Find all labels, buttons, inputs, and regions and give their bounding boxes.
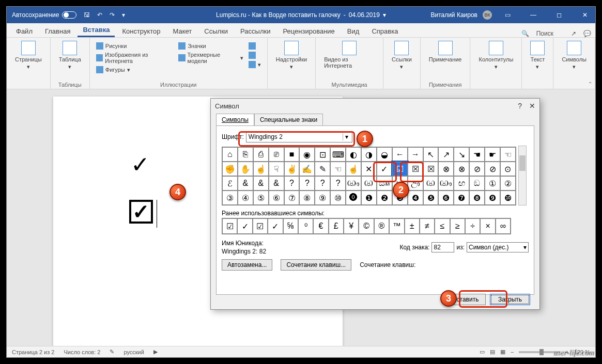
dialog-close-icon[interactable]: ✕: [529, 102, 535, 110]
symbol-cell[interactable]: ⊘: [485, 162, 500, 176]
symbol-cell[interactable]: ◑: [361, 147, 377, 162]
symbol-cell[interactable]: ⎙: [253, 147, 269, 162]
status-words[interactable]: Число слов: 2: [64, 349, 100, 355]
ribbon-options-icon[interactable]: ▭: [497, 7, 518, 23]
tab-mailings[interactable]: Рассылки: [235, 25, 275, 37]
tab-special-chars[interactable]: Специальные знаки: [254, 114, 323, 126]
symbol-cell[interactable]: ☒: [408, 162, 423, 176]
recent-symbol-cell[interactable]: ⁰: [298, 218, 313, 234]
symbol-cell[interactable]: ☑: [392, 162, 408, 176]
symbol-cell[interactable]: ☝: [346, 162, 361, 176]
autosave-toggle[interactable]: [62, 11, 76, 19]
symbol-cell[interactable]: ❽: [469, 191, 485, 205]
symbol-cell[interactable]: ඐ: [438, 176, 454, 191]
recent-symbol-cell[interactable]: ≤: [435, 218, 450, 234]
avatar[interactable]: ВК: [483, 10, 492, 20]
recent-symbol-cell[interactable]: ≠: [420, 218, 435, 234]
symbol-cell[interactable]: ◒: [377, 147, 392, 162]
recent-symbol-cell[interactable]: ∞: [496, 218, 511, 234]
shortcut-button[interactable]: Сочетание клавиш...: [281, 259, 351, 271]
view-read-icon[interactable]: ▭: [480, 349, 485, 355]
symbol-cell[interactable]: ✓: [377, 162, 392, 176]
symbol-cell[interactable]: ⌨: [330, 147, 346, 162]
symbol-cell[interactable]: ✎: [315, 162, 330, 176]
user-name[interactable]: Виталий Каиров: [430, 11, 477, 19]
collapse-ribbon-icon[interactable]: ⌃: [588, 81, 592, 87]
zoom-out-icon[interactable]: −: [511, 349, 514, 355]
tab-review[interactable]: Рецензирование: [277, 25, 339, 37]
symbol-cell[interactable]: ?: [315, 176, 330, 191]
recent-symbol-cell[interactable]: ×: [480, 218, 495, 234]
chart-icon[interactable]: [248, 51, 262, 59]
table-button[interactable]: Таблица▾: [56, 40, 84, 88]
maximize-icon[interactable]: ◻: [549, 7, 569, 23]
symbol-cell[interactable]: ←: [392, 147, 408, 162]
symbol-cell[interactable]: ✍: [299, 162, 315, 176]
icons-button[interactable]: Значки: [177, 42, 244, 50]
smartart-icon[interactable]: [248, 42, 262, 50]
symbol-cell[interactable]: ☟: [269, 162, 284, 176]
online-pictures-button[interactable]: Изображения из Интернета: [95, 51, 175, 65]
recent-symbol-cell[interactable]: ☑: [222, 218, 237, 234]
symbol-cell[interactable]: &: [238, 176, 253, 191]
recent-symbol-cell[interactable]: ®: [374, 218, 389, 234]
symbol-cell[interactable]: ⎘: [238, 147, 253, 162]
tab-references[interactable]: Ссылки: [199, 25, 233, 37]
symbol-cell[interactable]: ☝: [253, 162, 269, 176]
symbol-cell[interactable]: ⑩: [330, 191, 346, 205]
links-button[interactable]: Ссылки▾: [389, 40, 415, 88]
symbol-cell[interactable]: ⎚: [269, 147, 284, 162]
symbol-cell[interactable]: ⑥: [269, 191, 284, 205]
headerfooter-button[interactable]: Колонтитулы▾: [475, 40, 516, 88]
comments-icon[interactable]: 💬: [583, 30, 591, 37]
recent-symbol-cell[interactable]: ¥: [344, 218, 359, 234]
status-page[interactable]: Страница 2 из 2: [12, 349, 54, 355]
symbol-cell[interactable]: &: [269, 176, 284, 191]
symbol-cell[interactable]: ↗: [438, 147, 454, 162]
symbol-cell[interactable]: ◉: [299, 147, 315, 162]
symbol-cell[interactable]: ℰ: [222, 176, 238, 191]
symbol-cell[interactable]: ⊡: [315, 147, 330, 162]
symbol-cell[interactable]: ✋: [238, 162, 253, 176]
symbol-cell[interactable]: ☜: [330, 162, 346, 176]
symbol-cell[interactable]: ❿: [500, 191, 516, 205]
qat-dropdown-icon[interactable]: ▾: [122, 11, 125, 19]
tab-file[interactable]: Файл: [11, 25, 38, 37]
chevron-down-icon[interactable]: ▾: [343, 133, 351, 140]
symbol-cell[interactable]: ?: [299, 176, 315, 191]
symbol-cell[interactable]: ⑤: [253, 191, 269, 205]
symbols-button[interactable]: Символы▾: [559, 40, 590, 88]
text-button[interactable]: Текст▾: [527, 40, 548, 88]
symbol-cell[interactable]: ⊗: [438, 162, 454, 176]
pictures-button[interactable]: Рисунки: [95, 42, 175, 50]
recent-symbol-cell[interactable]: ±: [405, 218, 420, 234]
macro-icon[interactable]: ▶: [153, 349, 158, 355]
tab-layout[interactable]: Макет: [168, 25, 197, 37]
spellcheck-icon[interactable]: ✎: [110, 349, 114, 355]
symbol-cell[interactable]: ④: [238, 191, 253, 205]
symbol-cell[interactable]: ☛: [485, 147, 500, 162]
symbol-cell[interactable]: ✕: [361, 162, 377, 176]
screenshot-icon[interactable]: ▾: [248, 60, 262, 69]
tab-symbols-dialog[interactable]: Символы: [216, 114, 254, 126]
addins-button[interactable]: Надстройки▾: [273, 40, 310, 88]
symbol-cell[interactable]: ↖: [423, 147, 439, 162]
symbol-cell[interactable]: ✌: [284, 162, 300, 176]
symbol-cell[interactable]: ❶: [361, 191, 377, 205]
close-button[interactable]: Закрыть: [490, 294, 530, 305]
save-icon[interactable]: 🖫: [84, 11, 90, 19]
tab-home[interactable]: Главная: [40, 25, 75, 37]
recent-symbol-cell[interactable]: ÷: [465, 218, 480, 234]
symbol-cell[interactable]: ❾: [485, 191, 500, 205]
symbol-cell[interactable]: ☚: [469, 147, 485, 162]
symbol-cell[interactable]: ❼: [454, 191, 469, 205]
symbol-cell[interactable]: ⑧: [299, 191, 315, 205]
from-select[interactable]: Символ (дес.): [467, 242, 529, 252]
3dmodels-button[interactable]: Трехмерные модели ▾: [177, 51, 244, 65]
tab-help[interactable]: Справка: [366, 25, 403, 37]
dialog-help-icon[interactable]: ?: [518, 102, 522, 110]
symbol-cell[interactable]: ❺: [423, 191, 439, 205]
search-label[interactable]: Поиск: [536, 30, 553, 37]
symbol-cell[interactable]: ②: [500, 176, 516, 191]
symbol-cell[interactable]: ?: [330, 176, 346, 191]
